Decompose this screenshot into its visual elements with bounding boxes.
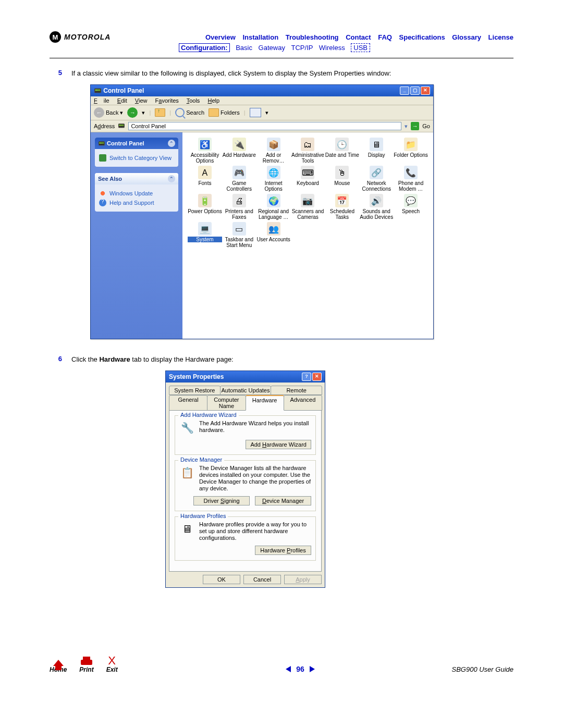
top-nav: Overview Installation Troubleshooting Co… [200, 33, 513, 41]
nav-troubleshooting[interactable]: Troubleshooting [286, 33, 339, 41]
tab-general[interactable]: General [169, 395, 207, 411]
exit-button[interactable]: X Exit [106, 656, 118, 673]
help-button[interactable]: ? [302, 373, 311, 381]
cp-item-power-options[interactable]: 🔋Power Options [188, 194, 222, 221]
folders-button[interactable]: Folders [209, 108, 240, 117]
cp-icon: 🎮 [232, 166, 246, 179]
page-number: 96 [296, 665, 304, 673]
cp-item-regional-and-language[interactable]: 🌍Regional and Language … [256, 194, 291, 221]
step-5-number: 5 [55, 69, 62, 78]
menu-help[interactable]: Help [207, 97, 219, 104]
switch-view-label: Switch to Category View [109, 155, 172, 161]
cp-item-add-hardware[interactable]: 🔌Add Hardware [222, 138, 256, 165]
cp-icon: 🖥 [370, 138, 383, 151]
nav-faq[interactable]: FAQ [378, 33, 392, 41]
nav-contact[interactable]: Contact [346, 33, 371, 41]
menu-file[interactable]: File [94, 97, 109, 104]
forward-button[interactable]: → [127, 107, 138, 118]
cp-icon: 🔊 [370, 194, 383, 207]
prev-page-button[interactable] [286, 666, 291, 672]
cp-item-taskbar-and-start-menu[interactable]: ▭Taskbar and Start Menu [222, 222, 256, 249]
home-button[interactable]: Home [50, 660, 67, 673]
cp-item-printers-and-faxes[interactable]: 🖨Printers and Faxes [222, 194, 256, 221]
hardware-profiles-button[interactable]: Hardware Profiles [255, 546, 311, 555]
tab-computer-name[interactable]: Computer Name [207, 395, 246, 411]
collapse-icon[interactable]: ⌃ [168, 175, 175, 182]
apply-button[interactable]: Apply [284, 575, 322, 584]
subnav-wireless[interactable]: Wireless [319, 44, 345, 52]
search-button[interactable]: Search [175, 108, 204, 117]
menu-view[interactable]: View [135, 97, 148, 104]
cp-item-scheduled-tasks[interactable]: 📅Scheduled Tasks [325, 194, 359, 221]
cp-icon: 🕒 [335, 138, 349, 151]
ok-button[interactable]: OK [203, 575, 240, 584]
tab-hardware[interactable]: Hardware [246, 395, 284, 411]
tab-system-restore[interactable]: System Restore [169, 386, 221, 395]
help-support-link[interactable]: Help and Support [99, 199, 174, 206]
toolbar: ← Back ▾ → ▾ | ↑ | Search Folders | ▾ [91, 105, 433, 120]
menu-favorites[interactable]: Favorites [155, 97, 179, 104]
add-hardware-wizard-button[interactable]: Add Hardware Wizard [246, 440, 311, 449]
subnav-tcpip[interactable]: TCP/IP [291, 44, 313, 52]
minimize-button[interactable]: _ [400, 87, 409, 95]
cp-item-label: Date and Time [325, 152, 359, 158]
tab-automatic-updates[interactable]: Automatic Updates [220, 386, 272, 395]
cp-item-network-connections[interactable]: 🔗Network Connections [359, 166, 394, 193]
next-page-button[interactable] [310, 666, 315, 672]
print-button[interactable]: Print [79, 657, 93, 673]
subnav-gateway[interactable]: Gateway [259, 44, 285, 52]
cp-icon: 📁 [404, 138, 418, 151]
menu-edit[interactable]: Edit [117, 97, 127, 104]
cp-item-display[interactable]: 🖥Display [359, 138, 394, 165]
back-button[interactable]: ← Back ▾ [94, 107, 123, 118]
cp-item-internet-options[interactable]: 🌐Internet Options [256, 166, 291, 193]
maximize-button[interactable]: ▢ [410, 87, 420, 95]
cp-item-folder-options[interactable]: 📁Folder Options [394, 138, 428, 165]
cp-item-game-controllers[interactable]: 🎮Game Controllers [222, 166, 256, 193]
cp-icon: 🗂 [301, 138, 314, 151]
cp-item-administrative-tools[interactable]: 🗂Administrative Tools [291, 138, 325, 165]
nav-overview[interactable]: Overview [205, 33, 236, 41]
cp-item-phone-and-modem[interactable]: 📞Phone and Modem … [394, 166, 428, 193]
cp-item-accessibility-options[interactable]: ♿Accessibility Options [188, 138, 222, 165]
cp-item-keyboard[interactable]: ⌨Keyboard [291, 166, 325, 193]
subnav-basic[interactable]: Basic [236, 44, 252, 52]
cp-item-date-and-time[interactable]: 🕒Date and Time [325, 138, 359, 165]
go-button[interactable]: → [411, 122, 419, 130]
address-dropdown[interactable]: ▾ [405, 123, 408, 130]
cp-item-fonts[interactable]: AFonts [188, 166, 222, 193]
collapse-icon[interactable]: ⌃ [168, 140, 175, 147]
cancel-button[interactable]: Cancel [243, 575, 281, 584]
cp-icon: 📦 [267, 138, 280, 151]
cp-item-add-or-remov[interactable]: 📦Add or Remov… [256, 138, 291, 165]
nav-glossary[interactable]: Glossary [452, 33, 481, 41]
driver-signing-button[interactable]: Driver Signing [193, 496, 250, 505]
address-input[interactable] [128, 122, 401, 130]
tab-remote[interactable]: Remote [271, 386, 322, 395]
close-button[interactable]: ✕ [312, 373, 322, 381]
nav-specifications[interactable]: Specifications [399, 33, 445, 41]
switch-view-link[interactable]: Switch to Category View [99, 154, 174, 162]
cp-item-user-accounts[interactable]: 👥User Accounts [256, 222, 291, 249]
device-manager-button[interactable]: Device Manager [255, 496, 311, 505]
subnav-configuration[interactable]: Configuration: [179, 43, 230, 52]
close-button[interactable]: ✕ [421, 87, 430, 95]
windows-update-link[interactable]: Windows Update [99, 190, 174, 197]
cp-item-scanners-and-cameras[interactable]: 📷Scanners and Cameras [291, 194, 325, 221]
menu-tools[interactable]: Tools [187, 97, 200, 104]
subnav-usb[interactable]: USB [351, 43, 370, 52]
tab-advanced[interactable]: Advanced [284, 395, 322, 411]
up-icon[interactable]: ↑ [155, 108, 165, 117]
cp-item-system[interactable]: 💻System [188, 222, 222, 249]
cp-item-mouse[interactable]: 🖱Mouse [325, 166, 359, 193]
views-button[interactable] [250, 108, 261, 117]
sidebar-panel2-title: See Also [98, 176, 122, 182]
print-label: Print [79, 666, 93, 673]
nav-installation[interactable]: Installation [242, 33, 278, 41]
system-properties-window: System Properties ? ✕ System Restore Aut… [165, 371, 325, 588]
cp-item-sounds-and-audio-devices[interactable]: 🔊Sounds and Audio Devices [359, 194, 394, 221]
cp-item-speech[interactable]: 💬Speech [394, 194, 428, 221]
step-5-text: If a classic view similar to the followi… [71, 69, 513, 78]
nav-license[interactable]: License [488, 33, 513, 41]
cp-item-label: Internet Options [256, 180, 291, 192]
